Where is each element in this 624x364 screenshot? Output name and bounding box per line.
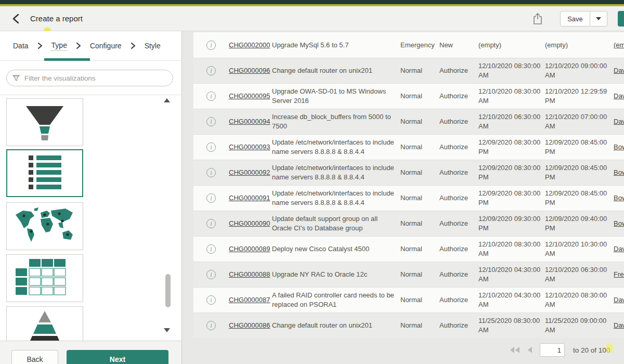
pagination-range-label: to 20 of 100: [573, 346, 610, 354]
viz-type-world-map[interactable]: [6, 202, 83, 250]
record-description: Increase db_block_buffers from 5000 to 7…: [272, 112, 400, 131]
report-type-sidebar: Data Type Configure Style: [0, 31, 182, 364]
next-button[interactable]: Next: [67, 350, 168, 364]
table-row[interactable]: i CHG0000089 Deploy new Cisco Catalyst 4…: [193, 236, 624, 262]
back-chevron-button[interactable]: [9, 12, 22, 25]
record-assignee-link[interactable]: Bow: [614, 193, 624, 203]
info-icon[interactable]: i: [206, 142, 216, 152]
page-number-input[interactable]: [540, 343, 565, 357]
app-header: Create a report Save: [0, 6, 624, 31]
record-number-link[interactable]: CHG0000094: [229, 117, 272, 126]
filter-funnel-icon: [12, 74, 20, 82]
table-row[interactable]: i CHG0000094 Increase db_block_buffers f…: [193, 109, 624, 134]
record-planned-end: (empty): [545, 41, 614, 50]
info-icon[interactable]: i: [206, 321, 216, 330]
record-number-link[interactable]: CHG0000091: [229, 193, 272, 203]
table-row[interactable]: i CHG0000088 Upgrade NY RAC to Oracle 12…: [193, 262, 624, 287]
record-assignee-link[interactable]: (empty): [614, 41, 624, 50]
info-icon[interactable]: i: [206, 270, 216, 279]
info-icon[interactable]: i: [206, 66, 216, 75]
record-number-link[interactable]: CHG0000086: [229, 321, 272, 330]
chevron-right-icon: [76, 42, 81, 49]
save-dropdown-button[interactable]: [590, 11, 607, 27]
record-planned-start: 12/09/2020 08:30:00 PM: [478, 163, 545, 181]
record-assignee-link[interactable]: Dav: [614, 244, 624, 254]
visualization-list: [0, 95, 181, 341]
table-row[interactable]: i CHG0000095 Upgrade OWA-SD-01 to MS Win…: [193, 83, 624, 109]
info-icon[interactable]: i: [206, 193, 216, 203]
step-type[interactable]: Type: [51, 41, 67, 51]
info-icon[interactable]: i: [206, 92, 216, 101]
record-number-link[interactable]: CHG0000087: [229, 295, 272, 305]
record-state: Authorize: [439, 66, 478, 75]
record-number-link[interactable]: CHG0000095: [229, 92, 272, 101]
record-number-link[interactable]: CHG0000096: [229, 66, 272, 75]
viz-type-table[interactable]: [6, 254, 83, 302]
scrollbar-thumb[interactable]: [165, 274, 171, 307]
record-priority: Normal: [400, 244, 439, 254]
table-row[interactable]: i CHG0000096 Change default router on un…: [193, 58, 624, 83]
record-number-link[interactable]: CHG0000089: [229, 244, 272, 254]
info-icon[interactable]: i: [206, 219, 216, 228]
table-row[interactable]: i CHG0000091 Update /etc/network/interfa…: [193, 185, 624, 211]
scroll-down-arrow[interactable]: [164, 328, 170, 332]
record-description: Deploy new Cisco Catalyst 4500: [272, 244, 400, 254]
table-row[interactable]: i CHG0000090 Update default support grou…: [193, 211, 624, 236]
row-info-cell: i: [193, 66, 229, 75]
double-arrow-left-icon: [510, 346, 520, 354]
table-chart-icon: [8, 255, 81, 302]
record-assignee-link[interactable]: Dav: [614, 66, 624, 75]
record-description: Upgrade MySql 5.6 to 5.7: [272, 41, 400, 50]
first-page-button[interactable]: [510, 346, 520, 354]
record-number-link[interactable]: CHG0000090: [229, 219, 272, 228]
share-button[interactable]: [530, 11, 545, 27]
record-priority: Normal: [400, 168, 439, 177]
record-assignee-link[interactable]: Bow: [614, 142, 624, 152]
table-row[interactable]: i CHG0002000 Upgrade MySql 5.6 to 5.7 Em…: [193, 32, 624, 58]
info-icon[interactable]: i: [206, 295, 216, 305]
table-row[interactable]: i CHG0000092 Update /etc/network/interfa…: [193, 160, 624, 185]
step-configure[interactable]: Configure: [90, 42, 122, 50]
funnel-chart-icon: [8, 99, 81, 146]
record-number-link[interactable]: CHG0000093: [229, 142, 272, 152]
record-assignee-link[interactable]: Dav: [614, 295, 624, 305]
viz-type-list[interactable]: [6, 149, 83, 197]
record-assignee-link[interactable]: Bow: [614, 168, 624, 177]
record-assignee-link[interactable]: Dav: [614, 92, 624, 101]
save-button[interactable]: Save: [560, 11, 590, 27]
record-assignee-link[interactable]: Dav: [614, 321, 624, 330]
record-priority: Normal: [400, 295, 439, 305]
back-button[interactable]: Back: [11, 350, 58, 364]
table-row[interactable]: i CHG0000086 Change default router on un…: [193, 313, 624, 338]
previous-page-button[interactable]: [527, 346, 532, 354]
record-number-link[interactable]: CHG0000092: [229, 168, 272, 177]
step-style[interactable]: Style: [145, 42, 161, 50]
table-row[interactable]: i CHG0000087 A failed RAID controller ca…: [193, 287, 624, 313]
record-description: Upgrade NY RAC to Oracle 12c: [272, 270, 400, 279]
info-icon[interactable]: i: [206, 117, 216, 126]
row-info-cell: i: [193, 219, 229, 228]
info-icon[interactable]: i: [206, 41, 216, 50]
step-data[interactable]: Data: [13, 42, 29, 50]
sidebar-footer: Back Next: [0, 341, 181, 364]
filter-input[interactable]: [24, 74, 167, 82]
record-assignee-link[interactable]: Dav: [614, 117, 624, 126]
record-state: Authorize: [439, 321, 478, 330]
record-number-link[interactable]: CHG0002000: [229, 41, 272, 50]
record-state: Authorize: [439, 142, 478, 152]
table-row[interactable]: i CHG0000093 Update /etc/network/interfa…: [193, 134, 624, 160]
record-number-link[interactable]: CHG0000088: [229, 270, 272, 279]
cutoff-action-button[interactable]: [618, 11, 624, 27]
row-info-cell: i: [193, 321, 229, 330]
record-planned-end: 12/09/2020 08:45:00 PM: [545, 163, 614, 181]
record-assignee-link[interactable]: Fred: [614, 270, 624, 279]
record-planned-start: 11/25/2020 08:30:00 AM: [478, 316, 545, 334]
record-state: Authorize: [439, 92, 478, 101]
info-icon[interactable]: i: [206, 168, 216, 177]
scroll-up-arrow[interactable]: [164, 98, 170, 102]
record-assignee-link[interactable]: Bow: [614, 219, 624, 228]
info-icon[interactable]: i: [206, 244, 216, 254]
caret-down-icon: [596, 17, 601, 20]
viz-type-funnel[interactable]: [6, 98, 83, 146]
viz-type-pyramid[interactable]: [6, 306, 83, 341]
